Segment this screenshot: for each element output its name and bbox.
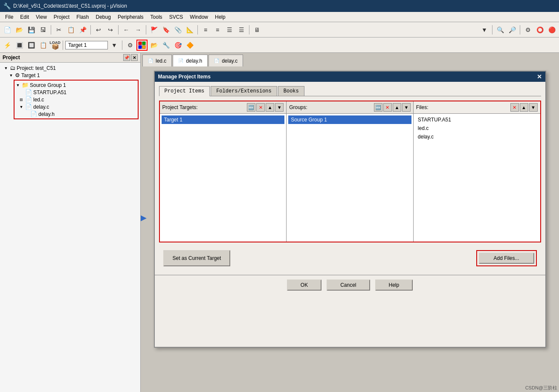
load-btn[interactable]: LOAD 📦 bbox=[49, 40, 61, 51]
tree-startup[interactable]: 📄 STARTUP.A51 bbox=[15, 89, 137, 96]
redo-btn[interactable]: ↪ bbox=[105, 24, 116, 35]
files-up-btn[interactable]: ▲ bbox=[520, 103, 528, 112]
search1-btn[interactable]: 🔍 bbox=[495, 24, 506, 35]
indent-btn[interactable]: ≡ bbox=[200, 24, 211, 35]
tree-target[interactable]: ▼ ⚙ Target 1 bbox=[2, 72, 139, 79]
t2-btn6[interactable]: 🔧 bbox=[160, 40, 171, 51]
file-startup-icon: 📄 bbox=[25, 89, 32, 95]
tree-delayh[interactable]: 📄 delay.h bbox=[15, 110, 137, 118]
targets-down-btn[interactable]: ▼ bbox=[275, 103, 284, 112]
col-targets-header: Project Targets: 🆕 ✕ ▲ ▼ bbox=[160, 101, 287, 114]
group-item-0[interactable]: Source Group 1 bbox=[288, 115, 411, 124]
menu-debug[interactable]: Debug bbox=[93, 13, 114, 21]
tree-project[interactable]: ▼ 🗂 Project: test_C51 bbox=[2, 64, 139, 72]
menu-view[interactable]: View bbox=[32, 13, 50, 21]
tab-books[interactable]: Books bbox=[278, 86, 304, 96]
expand-project[interactable]: ▼ bbox=[3, 66, 9, 70]
tree-ledc[interactable]: ⊞ 📄 led.c bbox=[15, 96, 137, 103]
new-btn[interactable]: 📄 bbox=[2, 24, 13, 35]
t2-btn2[interactable]: 🔳 bbox=[14, 40, 25, 51]
bookmark3-btn[interactable]: 📎 bbox=[172, 24, 183, 35]
t2-btn8[interactable]: 🔶 bbox=[184, 40, 195, 51]
file-item-1[interactable]: led.c bbox=[415, 124, 539, 133]
sidebar-close-btn[interactable]: ✕ bbox=[131, 54, 138, 61]
target-dropdown-arrow[interactable]: ▼ bbox=[109, 40, 120, 51]
set-current-target-btn[interactable]: Set as Current Target bbox=[163, 250, 231, 266]
files-down-btn[interactable]: ▼ bbox=[529, 103, 538, 112]
menu-edit[interactable]: Edit bbox=[17, 13, 32, 21]
back-btn[interactable]: ← bbox=[121, 24, 132, 35]
outdent-btn[interactable]: ≡ bbox=[212, 24, 223, 35]
tab-folders-extensions[interactable]: Folders/Extensions bbox=[211, 86, 277, 96]
t2-btn1[interactable]: ⚡ bbox=[2, 40, 13, 51]
misc1-btn[interactable]: 🖥 bbox=[252, 24, 263, 35]
ok-btn[interactable]: OK bbox=[287, 280, 321, 291]
open-btn[interactable]: 📂 bbox=[14, 24, 25, 35]
t2-btn4[interactable]: 📋 bbox=[38, 40, 49, 51]
menu-file[interactable]: File bbox=[2, 13, 17, 21]
tab-project-items[interactable]: Project Items bbox=[159, 86, 210, 96]
manage-project-items-dialog: Manage Project Items ✕ Project Items Fol… bbox=[154, 71, 546, 348]
expand-target[interactable]: ▼ bbox=[9, 73, 14, 78]
cancel-btn[interactable]: Cancel bbox=[327, 280, 370, 291]
file-item-2[interactable]: delay.c bbox=[415, 133, 539, 141]
menu-peripherals[interactable]: Peripherals bbox=[114, 13, 147, 21]
bookmark2-btn[interactable]: 🔖 bbox=[160, 24, 171, 35]
save-all-btn[interactable]: 🖫 bbox=[38, 24, 49, 35]
tree-delayc[interactable]: ▼ 📄 delay.c bbox=[15, 103, 137, 110]
cut-btn[interactable]: ✂ bbox=[53, 24, 64, 35]
t2-btn5[interactable]: 📂 bbox=[148, 40, 159, 51]
groups-new-btn[interactable]: 🆕 bbox=[374, 103, 382, 112]
t2-settings[interactable]: ⚙ bbox=[125, 40, 136, 51]
expand-delayc[interactable]: ▼ bbox=[19, 105, 24, 109]
tree-source-group[interactable]: ▼ 📁 Source Group 1 bbox=[15, 81, 137, 89]
t2-btn3[interactable]: 🔲 bbox=[26, 40, 37, 51]
tab-delayc[interactable]: 📄 delay.c bbox=[209, 55, 243, 66]
targets-up-btn[interactable]: ▲ bbox=[266, 103, 274, 112]
circle2-btn[interactable]: 🔴 bbox=[546, 24, 557, 35]
config1-btn[interactable]: ⚙ bbox=[522, 24, 533, 35]
format-btn[interactable]: ☰ bbox=[224, 24, 235, 35]
groups-up-btn[interactable]: ▲ bbox=[393, 103, 401, 112]
toolbar-2: ⚡ 🔳 🔲 📋 LOAD 📦 Target 1 ▼ ⚙ 📂 🔧 🎯 🔶 bbox=[0, 37, 559, 53]
paste-btn[interactable]: 📌 bbox=[77, 24, 88, 35]
files-delete-btn[interactable]: ✕ bbox=[510, 103, 519, 112]
menu-project[interactable]: Project bbox=[50, 13, 73, 21]
title-text: D:\Keil_v5\1_Code\test1\test_C51.uvproj … bbox=[13, 3, 127, 9]
dialog-close-btn[interactable]: ✕ bbox=[537, 73, 542, 80]
groups-delete-btn[interactable]: ✕ bbox=[383, 103, 392, 112]
search2-btn[interactable]: 🔎 bbox=[507, 24, 518, 35]
target-dropdown[interactable]: Target 1 bbox=[65, 41, 108, 49]
menu-tools[interactable]: Tools bbox=[147, 13, 166, 21]
sidebar-pin-btn[interactable]: 📌 bbox=[123, 54, 130, 61]
save-btn[interactable]: 💾 bbox=[26, 24, 37, 35]
targets-new-btn[interactable]: 🆕 bbox=[247, 103, 255, 112]
file-item-0[interactable]: STARTUP.A51 bbox=[415, 115, 539, 124]
target-item-0[interactable]: Target 1 bbox=[162, 115, 285, 124]
undo-btn[interactable]: ↩ bbox=[93, 24, 104, 35]
align-btn[interactable]: ☰ bbox=[236, 24, 247, 35]
targets-delete-btn[interactable]: ✕ bbox=[256, 103, 265, 112]
expand-source-group[interactable]: ▼ bbox=[15, 83, 20, 87]
circle1-btn[interactable]: ⭕ bbox=[534, 24, 545, 35]
menu-flash[interactable]: Flash bbox=[73, 13, 92, 21]
groups-down-btn[interactable]: ▼ bbox=[402, 103, 411, 112]
tab-ledc[interactable]: 📄 led.c bbox=[142, 55, 172, 66]
tab-delayh[interactable]: 📄 delay.h bbox=[173, 55, 208, 66]
bookmark4-btn[interactable]: 📐 bbox=[184, 24, 195, 35]
menu-svcs[interactable]: SVCS bbox=[166, 13, 187, 21]
target-label: Target 1 bbox=[21, 72, 40, 78]
tab-ledc-icon: 📄 bbox=[148, 58, 153, 63]
target-icon: ⚙ bbox=[15, 72, 20, 78]
bookmark1-btn[interactable]: 🚩 bbox=[148, 24, 159, 35]
help-btn[interactable]: Help bbox=[375, 280, 413, 291]
copy-btn[interactable]: 📋 bbox=[65, 24, 76, 35]
menu-help[interactable]: Help bbox=[211, 13, 229, 21]
t2-manage-items[interactable] bbox=[136, 40, 148, 51]
expand-ledc[interactable]: ⊞ bbox=[19, 98, 24, 102]
t2-btn7[interactable]: 🎯 bbox=[172, 40, 183, 51]
menu-window[interactable]: Window bbox=[186, 13, 211, 21]
dropdown-btn[interactable]: ▼ bbox=[479, 24, 490, 35]
add-files-btn[interactable]: Add Files... bbox=[479, 253, 534, 264]
fwd-btn[interactable]: → bbox=[133, 24, 144, 35]
